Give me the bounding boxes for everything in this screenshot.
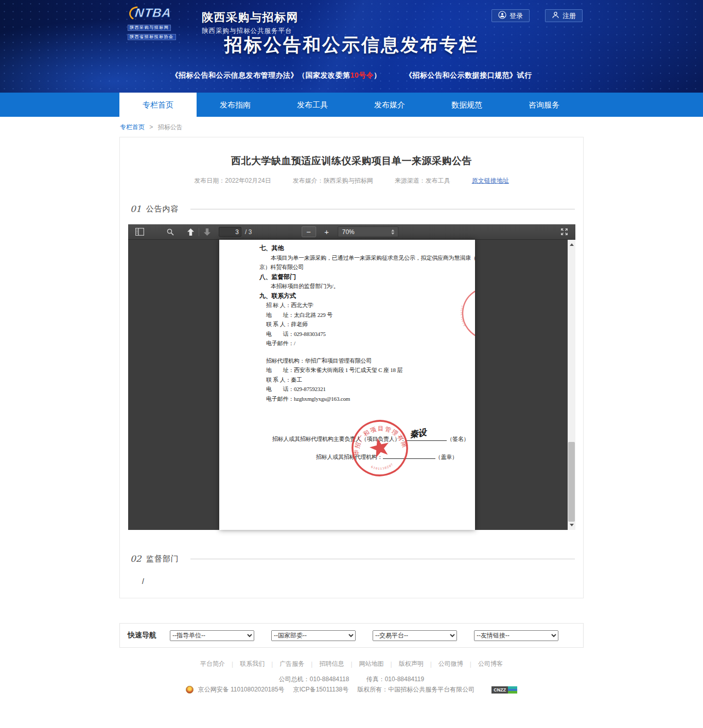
arrow-down-icon [204,228,210,236]
pdf-scrollbar[interactable] [568,240,575,530]
page-down-button[interactable] [203,227,212,237]
red-stamp: 华招广和项目管理有限公司 6101130207 [348,416,412,480]
nav-tab-3[interactable]: 发布媒介 [351,93,428,117]
section-1-number: 01 [130,204,142,214]
footer-link-2[interactable]: 广告服务 [279,660,304,668]
nav-tab-2[interactable]: 发布工具 [274,93,351,117]
nav-tab-5[interactable]: 咨询服务 [505,93,583,117]
quicknav-selects: --指导单位----国家部委----交易平台----友情链接-- [170,630,558,641]
footer-link-5[interactable]: 版权声明 [399,660,424,668]
footer-link-separator: | [470,661,471,668]
article-container: 西北大学缺血预适应训练仪采购项目单一来源采购公告 发布日期：2022年02月24… [119,137,584,598]
banner-subtitle-left: 《招标公告和公示信息发布管理办法》（国家发改委第10号令） [171,71,381,79]
doc-heading: 九、联系方式 [259,291,475,301]
banner-title: 招标公告和公示信息发布专栏 [0,33,703,57]
banner-subtitle-right: 《招标公告和公示数据接口规范》试行 [405,71,532,79]
zoom-out-button[interactable]: − [302,226,316,237]
banner-subtitle: 《招标公告和公示信息发布管理办法》（国家发改委第10号令） 《招标公告和公示数据… [0,71,703,80]
login-button[interactable]: 登录 [491,9,530,22]
signature-line-2: 招标人或其招标代理机构：（盖章） [219,453,475,461]
scrollbar-thumb[interactable] [568,442,575,522]
quicknav-select-0[interactable]: --指导单位-- [170,630,254,641]
copyright-text: 版权所有：中国招标公共服务平台有限公司 [357,685,474,694]
search-icon [167,228,174,236]
footer-link-4[interactable]: 网站地图 [359,660,384,668]
doc-line [259,348,475,356]
pdf-page: 七、其他本项目为单一来源采购，已通过单一来源采购征求意见公示，拟定供应商为慧润康… [219,240,475,530]
scroll-down-arrow[interactable] [568,521,575,529]
login-label: 登录 [509,11,523,21]
breadcrumb-separator: > [149,123,153,131]
fullscreen-icon [560,228,568,236]
site-name: 陕西采购与招标网 [202,10,298,25]
footer-link-separator: | [350,661,352,668]
section-2-number: 02 [130,554,142,564]
section-divider-line [190,559,575,559]
main-nav: 专栏首页发布指南发布工具发布媒介数据规范咨询服务 [0,93,703,117]
zoom-in-button[interactable]: + [321,226,333,237]
quicknav-bar: 快速导航 --指导单位----国家部委----交易平台----友情链接-- [119,623,584,648]
doc-line: 招 标 人：西北大学 [259,300,475,310]
quicknav-select-1[interactable]: --国家部委-- [271,630,356,641]
section-divider-line [190,209,575,209]
page-number-input[interactable] [219,227,241,237]
doc-line: 电 话：029-87592321 [259,384,475,394]
article-title: 西北大学缺血预适应训练仪采购项目单一来源采购公告 [120,154,583,168]
footer-link-3[interactable]: 招聘信息 [319,660,344,668]
cnzz-stripes-icon [508,686,517,694]
nav-tab-4[interactable]: 数据规范 [428,93,505,117]
footer-beian-row: 京公网安备 11010802020185号 京ICP备15011138号 版权所… [0,685,703,694]
footer-link-1[interactable]: 联系我们 [240,660,265,668]
zoom-select[interactable]: 70% [338,226,398,237]
nav-tabs: 专栏首页发布指南发布工具发布媒介数据规范咨询服务 [0,93,703,117]
scroll-up-arrow[interactable] [568,241,575,248]
breadcrumb-current: 招标公告 [158,123,183,131]
doc-heading: 八、监督部门 [259,272,475,282]
sidebar-toggle-button[interactable] [134,227,145,237]
footer-link-0[interactable]: 平台简介 [200,660,225,668]
register-button[interactable]: 注册 [545,9,583,22]
doc-line: 电 话：029-88303475 [259,329,475,339]
banner-subtitle-highlight: 10号令 [350,71,374,79]
footer-link-6[interactable]: 公司微博 [438,660,463,668]
site-header: NTBA 陕西采购与招标网 陕西省招标投标协会 陕西采购与招标网 陕西采购与招标… [0,0,703,93]
doc-line: 电子邮件：hzghxmglyxgs@163.com [259,394,475,404]
quicknav-select-2[interactable]: --交易平台-- [373,630,457,641]
footer-phone-row: 公司总机：010-88484118 传真：010-88484119 [0,675,703,684]
doc-line: 本招标项目的监督部门为/。 [259,281,475,291]
section-2-content: / [142,577,583,585]
nav-tab-1[interactable]: 发布指南 [197,93,274,117]
doc-line: 地 址：西安市朱雀大街南段 1 号汇成天玺 C 座 18 层 [259,365,475,375]
sidebar-toggle-icon [135,228,144,236]
arrow-up-icon [187,228,194,236]
page-up-button[interactable] [186,227,195,237]
signature-line-1: 招标人或其招标代理机构主要负责人（项目负责人）：秦设（签名） [219,435,475,443]
nav-tab-0[interactable]: 专栏首页 [119,93,197,117]
doc-heading: 七、其他 [259,243,475,253]
doc-line: 地 址：太白北路 229 号 [259,310,475,320]
page-footer: 平台简介|联系我们|广告服务|招聘信息|网站地图|版权声明|公司微博|公司博客 … [0,660,703,694]
section-2-title: 监督部门 [146,554,179,564]
register-user-icon [552,11,559,21]
page-total: / 3 [245,228,252,236]
footer-link-7[interactable]: 公司博客 [478,660,503,668]
footer-links: 平台简介|联系我们|广告服务|招聘信息|网站地图|版权声明|公司微博|公司博客 [0,660,703,668]
publish-date: 发布日期：2022年02月24日 [194,176,271,185]
edge-partial-stamp: 6101130207 [459,283,475,345]
footer-link-separator: | [271,661,273,668]
breadcrumb-home-link[interactable]: 专栏首页 [120,123,145,131]
footer-link-separator: | [430,661,432,668]
pdf-toolbar: / 3 − + 70% [128,224,575,240]
cnzz-badge[interactable]: CNZZ [491,686,517,694]
police-badge-icon [186,686,194,694]
quicknav-select-3[interactable]: --友情链接-- [474,630,558,641]
beian-gongan: 京公网安备 11010802020185号 [198,685,285,694]
original-link[interactable]: 原文链接地址 [472,176,509,185]
search-button[interactable] [166,227,175,237]
footer-link-separator: | [232,661,233,668]
doc-line: 联 系 人：薛老师 [259,319,475,329]
doc-line: 电子邮件：/ [259,339,475,348]
fullscreen-button[interactable] [560,228,568,237]
login-user-icon [498,11,506,21]
doc-line: 招标代理机构：华招广和项目管理有限公司 [259,356,475,366]
